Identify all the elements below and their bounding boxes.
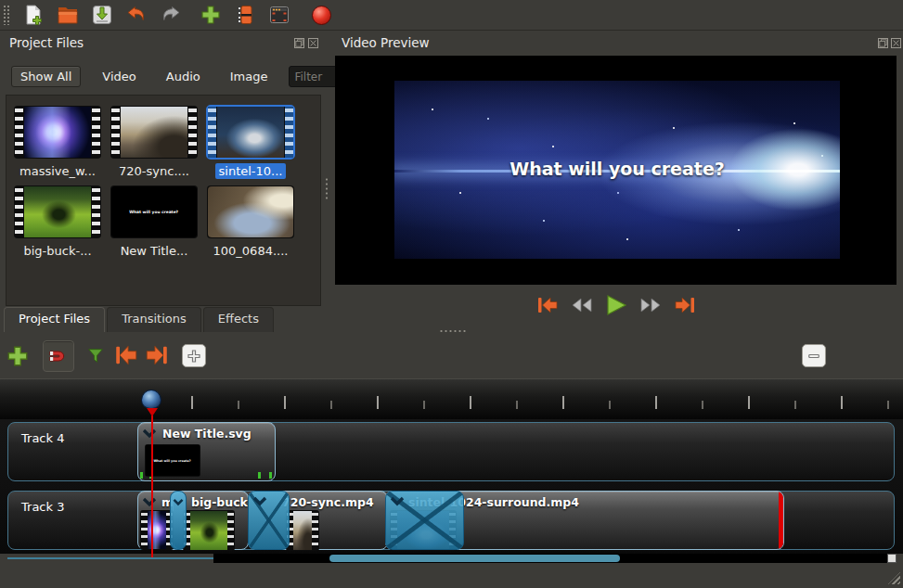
file-caption: 720-sync.... [110,164,198,178]
ruler-tick-minor [702,401,703,409]
tab-effects[interactable]: Effects [203,307,274,332]
save-project-icon[interactable] [88,2,116,28]
timeline-ruler[interactable]: 00:00:31:15 00:00:40 00:01:00 00:01:20 0… [0,378,903,419]
file-item-massive[interactable]: massive_w... [14,106,101,178]
video-preview-frame[interactable]: What will you create? [335,56,897,285]
new-project-icon[interactable] [19,2,47,28]
import-files-icon[interactable] [197,2,225,28]
ruler-tick [191,396,193,409]
file-item-sintel-selected[interactable]: sintel-10... [207,106,294,178]
filter-video-button[interactable]: Video [94,67,144,86]
file-caption: 100_0684.... [207,244,294,258]
file-caption: New Title... [110,244,198,258]
add-track-icon[interactable] [6,344,30,368]
jump-end-icon[interactable] [672,293,698,317]
video-frame-image: What will you create? [394,81,840,259]
files-filter-row: Show All Video Audio Image [11,64,375,89]
track-3-label: Track 3 [21,500,64,514]
ruler-tick [655,396,657,409]
tab-project-files[interactable]: Project Files [4,307,105,332]
ruler-tick-minor [516,401,518,409]
ruler-tick [562,396,564,409]
ruler-tick-minor [887,401,889,409]
clip-handle-mark [269,472,272,479]
timeline-scrollbar-thumb[interactable] [329,555,620,562]
tab-transitions[interactable]: Transitions [107,307,201,332]
ruler-tick-minor [423,401,425,409]
center-playhead-icon[interactable] [182,344,206,367]
project-files-panel-title: Project Files [9,35,84,50]
play-icon[interactable] [603,293,629,317]
clip-thumbnail-720 [286,510,319,551]
file-item-bigbuck[interactable]: big-buck-... [14,185,101,258]
filter-audio-button[interactable]: Audio [158,67,209,86]
playhead-marker[interactable] [141,390,161,409]
clip-menu-chevron-icon[interactable] [142,428,157,441]
float-preview-icon[interactable] [878,37,888,51]
close-panel-icon[interactable] [308,37,318,51]
clip-title-label: 720-sync.mp4 [282,495,374,509]
razor-marker-icon[interactable] [85,346,106,366]
clip-handle-mark [140,472,143,479]
dock-tabs: Project Files Transitions Effects [4,307,274,332]
clip-thumbnail-bigbuck [183,510,235,551]
filter-show-all-button[interactable]: Show All [11,66,81,87]
timeline-tracks-area[interactable]: Track 4 New Title.svg What will you crea… [0,419,903,554]
track-4-label: Track 4 [21,431,64,445]
track-panel-divider [7,557,213,559]
transition-2[interactable] [248,491,290,550]
ruler-tick-minor [609,401,611,409]
clip-title-label: New Title.svg [162,427,252,441]
file-item-new-title[interactable]: What will you create? New Title... [110,185,198,258]
snapping-magnet-icon[interactable] [43,340,74,372]
open-project-icon[interactable] [54,2,82,28]
file-item-720sync[interactable]: 720-sync.... [110,106,198,178]
toolbar-drag-handle[interactable] [3,5,11,25]
rewind-icon[interactable] [569,293,595,317]
choose-profile-icon[interactable] [265,2,293,28]
transition-chevron-icon[interactable] [252,495,267,509]
clip-thumbnail-title: What will you create? [145,444,200,477]
file-caption: big-buck-... [14,244,101,258]
close-preview-icon[interactable] [891,37,901,51]
filter-input[interactable] [289,66,342,87]
transition-3[interactable] [385,491,464,550]
window-resize-grip[interactable] [888,572,900,584]
next-marker-icon[interactable] [144,344,170,366]
ruler-tick [841,396,843,409]
fast-forward-icon[interactable] [638,293,664,317]
transition-chevron-icon[interactable] [173,495,184,509]
ruler-tick [748,396,750,409]
title-icon[interactable] [231,2,259,28]
ruler-tick-minor [238,401,239,409]
dock-splitter-handle[interactable] [439,329,467,333]
export-video-icon[interactable] [307,2,335,28]
openshot-window: Project Files Show All Video Audio Image… [0,0,903,588]
timeline-toolbar: 20 seconds [0,337,903,377]
filter-image-button[interactable]: Image [222,67,277,86]
clip-menu-chevron-icon[interactable] [142,496,157,510]
undo-icon[interactable] [123,2,150,28]
panel-splitter-handle[interactable] [325,177,329,201]
playhead-line[interactable] [151,415,153,557]
transition-1[interactable] [170,491,187,550]
clip-title-label: big-buck- [191,495,249,509]
jump-start-icon[interactable] [535,293,561,317]
clip-end-marker [779,492,783,549]
redo-icon[interactable] [157,2,185,28]
scrollbar-end-box[interactable] [887,554,897,563]
previous-marker-icon[interactable] [113,344,139,366]
file-caption-selected: sintel-10... [207,164,294,178]
clip-thumbnail-massive [140,510,174,550]
ruler-tick-minor [794,401,796,409]
ruler-tick [284,396,286,409]
transition-chevron-icon[interactable] [390,495,405,509]
video-preview-panel-title: Video Preview [342,35,430,50]
playback-controls [335,289,897,321]
ruler-tick [470,396,471,409]
ruler-tick-minor [330,401,332,409]
zoom-out-icon[interactable] [802,344,826,367]
clip-handle-mark [258,472,261,479]
file-item-100-0684[interactable]: 100_0684.... [207,185,294,258]
float-panel-icon[interactable] [294,37,304,51]
